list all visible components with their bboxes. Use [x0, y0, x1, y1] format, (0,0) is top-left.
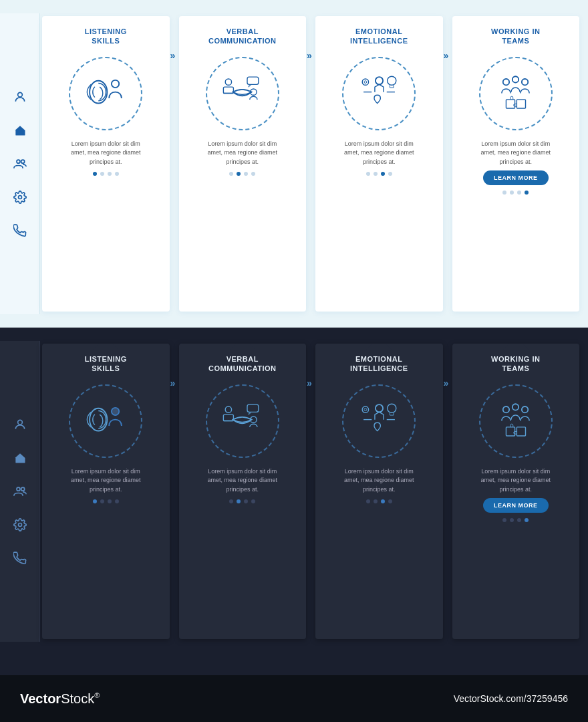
dot-1[interactable]	[502, 191, 506, 195]
dot-3[interactable]	[381, 499, 385, 503]
dot-4[interactable]	[525, 518, 529, 522]
dots-emotional-dark	[366, 499, 392, 503]
svg-rect-21	[517, 100, 526, 108]
dot-2[interactable]	[100, 172, 104, 176]
arrow-2-light: »	[307, 13, 315, 314]
card-verbal-light: VERBALCOMMUNICATION	[179, 16, 307, 312]
dot-2[interactable]	[510, 518, 514, 522]
dot-1[interactable]	[229, 499, 233, 503]
sidebar-light	[0, 13, 40, 314]
svg-rect-20	[506, 100, 515, 108]
settings-icon[interactable]	[13, 190, 27, 205]
dark-section: LISTENINGSKILLS Lorem ipsum dolor sit di…	[0, 328, 588, 655]
card-text-working-dark: Lorem ipsum dolor sit dimamet, mea regio…	[480, 467, 551, 495]
home-icon[interactable]	[13, 123, 27, 138]
learn-more-button-dark[interactable]: LEARN MORE	[483, 498, 549, 513]
svg-rect-42	[506, 427, 515, 436]
dot-4[interactable]	[525, 191, 529, 195]
arrow-1-light: »	[170, 13, 178, 314]
dot-3[interactable]	[108, 172, 112, 176]
svg-point-24	[21, 487, 24, 491]
card-title-working-dark: WORKING INTEAMS	[491, 354, 540, 374]
svg-point-39	[503, 406, 509, 412]
team-icon[interactable]	[13, 156, 27, 171]
svg-point-3	[18, 196, 21, 199]
svg-rect-7	[224, 87, 234, 93]
card-text-working-light: Lorem ipsum dolor sit dimamet, mea regio…	[480, 140, 551, 167]
verbal-icon-circle-dark	[206, 384, 279, 458]
arrow-3-light: »	[444, 13, 452, 314]
svg-point-26	[90, 408, 107, 431]
svg-point-23	[17, 487, 20, 491]
footer: VectorStock® VectorStock.com/37259456	[0, 675, 588, 722]
dot-4[interactable]	[388, 172, 392, 176]
svg-point-11	[376, 77, 383, 84]
dot-4[interactable]	[115, 172, 119, 176]
settings-icon-dark[interactable]	[13, 517, 27, 532]
svg-point-1	[17, 160, 20, 163]
card-emotional-dark: EMOTIONALINTELLIGENCE Lorem ipsum dolor …	[315, 344, 443, 639]
svg-rect-9	[247, 77, 259, 84]
phone-icon-dark[interactable]	[13, 551, 27, 566]
dot-2[interactable]	[374, 499, 378, 503]
svg-point-0	[17, 92, 22, 97]
user-icon[interactable]	[13, 90, 27, 104]
dot-3[interactable]	[517, 518, 521, 522]
svg-point-14	[387, 76, 396, 85]
card-title-emotional-light: EMOTIONALINTELLIGENCE	[350, 27, 408, 46]
dot-4[interactable]	[388, 499, 392, 503]
dot-4[interactable]	[251, 172, 255, 176]
team-icon-dark[interactable]	[13, 484, 27, 499]
svg-point-27	[112, 408, 119, 415]
dot-1[interactable]	[229, 172, 233, 176]
light-section: LISTENINGSKILLS Lorem ipsum dolor sit di…	[0, 0, 588, 328]
svg-point-33	[376, 404, 383, 412]
dot-2[interactable]	[237, 499, 241, 503]
card-text-emotional-dark: Lorem ipsum dolor sit dimamet, mea regio…	[344, 467, 414, 495]
dot-3[interactable]	[244, 499, 248, 503]
dot-3[interactable]	[381, 172, 385, 176]
card-text-verbal-dark: Lorem ipsum dolor sit dimamet, mea regio…	[207, 467, 277, 495]
working-icon-circle-light	[479, 57, 553, 130]
user-icon-dark[interactable]	[13, 417, 27, 432]
dots-listening-light	[93, 172, 119, 176]
dot-1[interactable]	[502, 518, 506, 522]
svg-rect-43	[517, 427, 526, 436]
card-title-verbal-dark: VERBALCOMMUNICATION	[208, 354, 277, 374]
home-icon-dark[interactable]	[13, 451, 27, 465]
arrow-3-dark: »	[444, 341, 452, 642]
dot-1[interactable]	[366, 499, 370, 503]
dots-verbal-light	[229, 172, 255, 176]
dots-emotional-light	[366, 172, 392, 176]
dot-4[interactable]	[251, 499, 255, 503]
dot-1[interactable]	[93, 172, 97, 176]
arrow-2-dark: »	[307, 341, 315, 642]
dot-1[interactable]	[366, 172, 370, 176]
dots-listening-dark	[93, 499, 119, 503]
dot-3[interactable]	[108, 499, 112, 503]
card-title-working-light: WORKING INTEAMS	[491, 27, 540, 46]
dot-2[interactable]	[237, 172, 241, 176]
emotional-icon-circle-light	[342, 57, 416, 130]
dot-3[interactable]	[244, 172, 248, 176]
dot-4[interactable]	[115, 499, 119, 503]
dot-2[interactable]	[374, 172, 378, 176]
svg-point-36	[387, 404, 396, 412]
dots-verbal-dark	[229, 499, 255, 503]
phone-icon[interactable]	[13, 223, 27, 238]
dot-2[interactable]	[100, 499, 104, 503]
emotional-icon-circle-dark	[342, 384, 416, 458]
dot-2[interactable]	[510, 191, 514, 195]
learn-more-button-light[interactable]: LEARN MORE	[483, 170, 549, 185]
svg-point-40	[512, 404, 519, 410]
svg-point-5	[112, 80, 119, 88]
verbal-icon-circle-light	[206, 57, 279, 130]
dots-working-light	[502, 191, 529, 195]
card-title-verbal-light: VERBALCOMMUNICATION	[208, 27, 277, 46]
svg-point-4	[90, 81, 107, 104]
card-title-listening-dark: LISTENINGSKILLS	[85, 354, 127, 374]
card-text-emotional-light: Lorem ipsum dolor sit dimamet, mea regio…	[344, 140, 414, 167]
card-text-listening-light: Lorem ipsum dolor sit dimamet, mea regio…	[71, 140, 141, 167]
dot-3[interactable]	[517, 191, 521, 195]
dot-1[interactable]	[93, 499, 97, 503]
